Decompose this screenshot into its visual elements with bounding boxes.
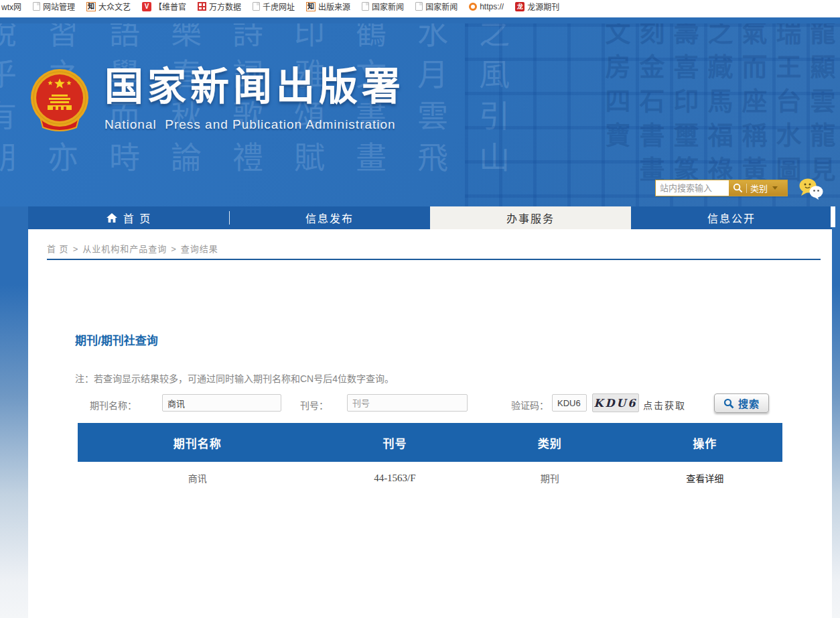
site-brand: 国家新闻出版署 National Press and Publication A… — [104, 65, 405, 132]
site-subtitle: National Press and Publication Administr… — [104, 117, 405, 132]
bookmark-item[interactable]: 国家新闻 — [415, 1, 458, 11]
circle-icon — [469, 3, 477, 11]
table-row: 商讯 44-1563/F 期刊 查看详细 — [78, 462, 782, 494]
captcha-input[interactable] — [552, 394, 587, 412]
site-search: 类别 — [655, 180, 788, 196]
longyuan-icon: 龙 — [515, 2, 524, 11]
bookmark-item[interactable]: 知 大众文艺 — [86, 1, 131, 11]
breadcrumb-query[interactable]: 从业机构和产品查询 — [82, 244, 167, 254]
site-search-input[interactable] — [656, 180, 729, 196]
page-icon — [33, 2, 40, 11]
view-detail-link[interactable]: 查看详细 — [628, 471, 782, 485]
zhihu-icon: 知 — [306, 2, 316, 11]
home-icon — [106, 212, 118, 223]
breadcrumb-home[interactable]: 首 页 — [47, 244, 69, 254]
cell-issue-number: 44-1563/F — [318, 473, 472, 484]
main-nav: 首 页 信息发布 办事服务 信息公开 — [28, 206, 832, 229]
journal-name-label: 期刊名称： — [90, 398, 137, 412]
issue-number-input[interactable] — [347, 394, 468, 412]
col-header-category: 类别 — [472, 434, 627, 451]
bookmark-item[interactable]: 国家新闻 — [362, 1, 404, 11]
page-icon — [362, 2, 369, 11]
bookmark-item[interactable]: wtx网 — [1, 1, 21, 11]
journal-name-input[interactable] — [162, 394, 281, 412]
search-button[interactable]: 搜索 — [714, 393, 769, 413]
nav-item-info-release[interactable]: 信息发布 — [229, 206, 430, 229]
wanfang-icon — [198, 2, 206, 11]
issue-number-label: 刊号： — [300, 398, 328, 412]
weipu-icon: V — [142, 2, 151, 11]
page-icon — [253, 2, 260, 11]
table-header-row: 期刊名称 刊号 类别 操作 — [78, 423, 782, 462]
bookmarks-bar: wtx网 网站管理 知 大众文艺 V 【维普官 万方数据 千虎网址 知 出版来源… — [0, 0, 840, 17]
bookmark-item[interactable]: https:// — [469, 1, 504, 11]
national-emblem — [29, 68, 90, 135]
nav-item-home[interactable]: 首 页 — [28, 206, 229, 229]
col-header-journal-name: 期刊名称 — [78, 434, 318, 451]
cell-category: 期刊 — [472, 471, 627, 485]
nav-item-info-disclosure[interactable]: 信息公开 — [631, 206, 832, 229]
captcha-label: 验证码： — [511, 398, 549, 412]
search-icon — [733, 183, 743, 193]
page-title: 期刊/期刊社查询 — [75, 331, 158, 348]
scrollbar-notch — [831, 206, 835, 227]
nav-item-services[interactable]: 办事服务 — [430, 206, 631, 229]
cell-journal-name: 商讯 — [78, 471, 318, 485]
col-header-action: 操作 — [628, 434, 782, 451]
site-banner: 之風引山水月雲飛鶴文書畫印雅頌賦詩詞歌禮樂春秋論語學而時習之不亦說乎有朋自遠方來… — [0, 23, 840, 206]
bookmark-item[interactable]: V 【维普官 — [142, 1, 186, 11]
bookmark-item[interactable]: 万方数据 — [198, 1, 241, 11]
captcha-refresh-link[interactable]: 点击获取 — [643, 398, 686, 412]
search-icon — [723, 398, 734, 409]
site-search-submit[interactable]: 类别 — [729, 180, 787, 196]
breadcrumb: 首 页>从业机构和产品查询>查询结果 — [47, 242, 218, 255]
bookmark-item[interactable]: 千虎网址 — [253, 1, 295, 11]
results-table: 期刊名称 刊号 类别 操作 商讯 44-1563/F 期刊 查看详细 — [78, 423, 782, 494]
search-category-label[interactable]: 类别 — [750, 182, 768, 194]
bookmark-item[interactable]: 知 出版来源 — [306, 1, 350, 11]
page-icon — [415, 2, 423, 11]
bookmark-item[interactable]: 龙 龙源期刊 — [515, 1, 559, 11]
captcha-image[interactable]: KDU6 — [592, 393, 639, 412]
nav-divider — [229, 211, 230, 225]
page-root: wtx网 网站管理 知 大众文艺 V 【维普官 万方数据 千虎网址 知 出版来源… — [0, 0, 840, 618]
bookmark-item[interactable]: 网站管理 — [33, 1, 75, 11]
breadcrumb-rule — [47, 259, 821, 260]
zhihu-icon: 知 — [86, 2, 96, 11]
query-note: 注：若查询显示结果较多，可通过同时输入期刊名称和CN号后4位数字查询。 — [75, 371, 394, 385]
col-header-issue-number: 刊号 — [318, 434, 472, 451]
content-area: 首 页>从业机构和产品查询>查询结果 期刊/期刊社查询 注：若查询显示结果较多，… — [28, 229, 832, 618]
breadcrumb-current: 查询结果 — [181, 244, 218, 254]
wechat-icon[interactable] — [798, 178, 824, 200]
divider — [746, 184, 747, 193]
site-title: 国家新闻出版署 — [104, 65, 405, 108]
chevron-down-icon — [772, 186, 778, 190]
